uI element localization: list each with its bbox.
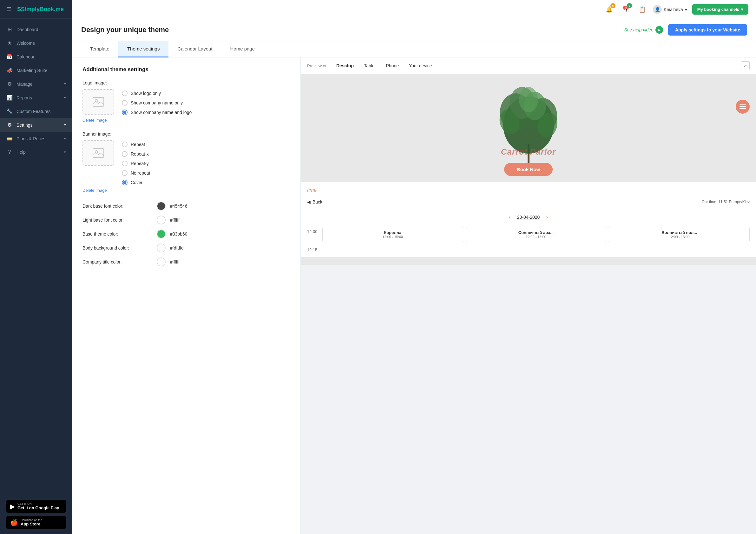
- company-title-color-swatch[interactable]: [157, 258, 166, 267]
- base-theme-color-value: #33bb60: [170, 232, 187, 237]
- light-font-color-swatch[interactable]: [157, 215, 166, 224]
- sidebar-item-custom-features[interactable]: 🔧 Custom Features: [0, 104, 72, 118]
- booking-icon-button[interactable]: 📋: [636, 4, 648, 15]
- banner-image-group: Banner image: Repeat: [83, 131, 290, 193]
- expand-preview-button[interactable]: ⤢: [741, 61, 750, 70]
- preview-mode-desktop[interactable]: Desctop: [334, 62, 356, 70]
- user-menu[interactable]: 👤 Kniazieva ▾: [653, 5, 687, 14]
- logo-image-placeholder[interactable]: [83, 89, 114, 115]
- calendar-button[interactable]: 📅 9: [620, 4, 631, 15]
- tab-home-page[interactable]: Home page: [222, 41, 264, 57]
- radio-no-repeat[interactable]: No repeat: [122, 170, 150, 176]
- current-date[interactable]: 28-04-2020: [517, 214, 540, 220]
- sidebar-item-settings[interactable]: ⚙ Settings ▾: [0, 118, 72, 132]
- dark-font-color-swatch[interactable]: [157, 202, 166, 211]
- sidebar-item-manage[interactable]: ⚙ Manage ▾: [0, 77, 72, 91]
- tab-template[interactable]: Template: [81, 41, 118, 57]
- book-now-button[interactable]: Book Now: [504, 163, 553, 176]
- base-theme-color-row: Base theme color: #33bb60: [83, 230, 290, 239]
- sidebar-item-marketing[interactable]: 📣 Marketing Suite: [0, 64, 72, 77]
- banner-image-placeholder[interactable]: [83, 140, 114, 166]
- radio-repeat-y[interactable]: Repeat-y: [122, 161, 150, 166]
- company-name-overlay: Carrot Parlor: [501, 147, 556, 157]
- my-booking-channels-button[interactable]: My booking channels ▾: [692, 4, 748, 14]
- chevron-down-icon: ▾: [64, 150, 66, 154]
- sidebar-item-reports[interactable]: 📊 Reports ▾: [0, 91, 72, 104]
- service-time: 12:00 - 13:00: [470, 235, 603, 239]
- sidebar-item-welcome[interactable]: ★ Welcome: [0, 36, 72, 50]
- notifications-button[interactable]: 🔔 5: [604, 4, 615, 15]
- radio-repeat[interactable]: Repeat: [122, 142, 150, 147]
- menu-circle[interactable]: [736, 100, 750, 114]
- radio-circle: [122, 151, 127, 157]
- service-name: Корелла: [326, 230, 459, 235]
- service-card-korella[interactable]: Корелла 12:00 - 15:00: [322, 227, 463, 242]
- company-title-color-label: Company title color:: [83, 259, 152, 265]
- preview-mode-phone[interactable]: Phone: [384, 62, 401, 70]
- preview-time-header: ◀ Back Our time: 11:51 Europe/Kiev: [307, 197, 750, 207]
- logo-image-group: Logo image: Show logo only: [83, 80, 290, 123]
- chevron-down-icon: ▾: [64, 123, 66, 127]
- delete-banner-link[interactable]: Delete image: [83, 188, 107, 193]
- sidebar-item-dashboard[interactable]: ⊞ Dashboard: [0, 22, 72, 36]
- time-row-1215: 12:15: [307, 245, 750, 252]
- svg-rect-2: [93, 149, 104, 157]
- sidebar-item-plans[interactable]: 💳 Plans & Prices ▾: [0, 132, 72, 145]
- our-time-text: Our time: 11:51 Europe/Kiev: [702, 200, 750, 204]
- calendar-badge: 9: [627, 3, 632, 8]
- base-theme-color-swatch[interactable]: [157, 230, 166, 239]
- tabs-bar: Template Theme settings Calendar Layout …: [72, 41, 756, 57]
- radio-company-name-only[interactable]: Show company name only: [122, 100, 192, 106]
- service-name: Солнечный ара...: [470, 230, 603, 235]
- radio-logo-only[interactable]: Show logo only: [122, 91, 192, 96]
- sidebar-item-label: Dashboard: [16, 27, 39, 32]
- prev-date-button[interactable]: ‹: [509, 214, 511, 220]
- tab-theme-settings[interactable]: Theme settings: [118, 41, 169, 57]
- sidebar-item-calendar[interactable]: 📅 Calendar: [0, 50, 72, 64]
- preview-mode-your-device[interactable]: Your device: [406, 62, 435, 70]
- page-header-right: See help video ▶ Apply settings to your …: [624, 24, 747, 36]
- body-bg-color-swatch[interactable]: [157, 243, 166, 252]
- back-button[interactable]: ◀ Back: [307, 199, 322, 205]
- google-play-label: Get it on Google Play: [17, 505, 59, 510]
- preview-panel: Preview on: Desctop Tablet Phone Your de…: [301, 57, 756, 534]
- service-time: 12:00 - 15:00: [326, 235, 459, 239]
- apply-settings-button[interactable]: Apply settings to your Website: [668, 24, 747, 36]
- username-label: Kniazieva: [664, 7, 683, 12]
- tab-calendar-layout[interactable]: Calendar Layout: [169, 41, 221, 57]
- sidebar-logo-area[interactable]: ☰ SSimplyBook.me: [0, 0, 72, 19]
- service-card-sunny[interactable]: Солнечный ара... 12:00 - 13:00: [466, 227, 607, 242]
- base-theme-color-label: Base theme color:: [83, 232, 152, 237]
- radio-repeat-x[interactable]: Repeat-x: [122, 151, 150, 157]
- svg-rect-13: [740, 104, 746, 105]
- time-label-1200: 12:00: [307, 227, 320, 242]
- body-bg-color-row: Body background color: #fdfdfd: [83, 243, 290, 252]
- time-row-1200: 12:00 Корелла 12:00 - 15:00 Солнечный ар…: [307, 227, 750, 242]
- next-date-button[interactable]: ›: [546, 214, 548, 220]
- google-play-badge[interactable]: ▶ GET IT ON Get it on Google Play: [6, 500, 66, 513]
- light-font-color-label: Light base font color:: [83, 217, 152, 223]
- help-video-link[interactable]: See help video ▶: [624, 26, 663, 34]
- radio-company-name-and-logo[interactable]: Show company name and logo: [122, 109, 192, 115]
- radio-cover[interactable]: Cover: [122, 180, 150, 185]
- sidebar-item-label: Reports: [16, 95, 32, 100]
- delete-logo-link[interactable]: Delete image: [83, 118, 107, 123]
- logo-options: Show logo only Show company name only Sh…: [122, 89, 192, 115]
- service-card-wavy[interactable]: Волнистый пол... 12:00 - 13:00: [609, 227, 750, 242]
- calendar-icon: 📅: [6, 54, 13, 60]
- topbar: 🔔 5 📅 9 📋 👤 Kniazieva ▾ My booking chann…: [72, 0, 756, 19]
- body-bg-color-label: Body background color:: [83, 245, 152, 250]
- colors-group: Dark base font color: #454546 Light base…: [83, 202, 290, 267]
- content-area: Additional theme settings Logo image:: [72, 57, 756, 534]
- preview-toolbar: Preview on: Desctop Tablet Phone Your de…: [301, 57, 756, 74]
- radio-circle: [122, 100, 127, 106]
- hamburger-icon[interactable]: ☰: [6, 6, 12, 13]
- app-store-badge[interactable]: 🍎 Download on the App Store: [6, 516, 66, 529]
- chevron-down-icon: ▾: [64, 96, 66, 100]
- sidebar-item-help[interactable]: ? Help ▾: [0, 145, 72, 159]
- logo-text: SSimplyBook.me: [17, 6, 64, 13]
- preview-mode-tablet[interactable]: Tablet: [361, 62, 378, 70]
- company-title-color-value: #ffffff: [170, 259, 179, 265]
- dark-font-color-value: #454546: [170, 204, 187, 209]
- svg-rect-14: [740, 106, 746, 107]
